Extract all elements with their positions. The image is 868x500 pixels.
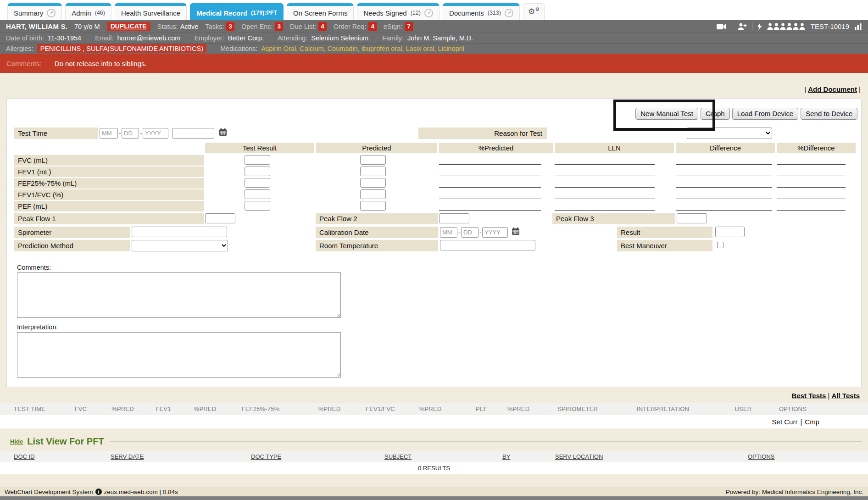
load-from-device-button[interactable]: Load From Device xyxy=(732,108,799,120)
results-col-fvc: FVC xyxy=(58,406,103,412)
external-link-icon[interactable]: ↗ xyxy=(505,9,513,17)
doc-id-sort-link[interactable]: DOC ID xyxy=(14,453,35,460)
tab-on-screen-forms[interactable]: On Screen Forms xyxy=(287,3,354,20)
prediction-method-select[interactable] xyxy=(132,240,228,251)
footer-host-timing: zeus.med-web.com | 0.84s xyxy=(104,489,178,495)
by-sort-link[interactable]: BY xyxy=(502,453,510,460)
results-col-pef: PEF xyxy=(463,406,500,412)
calibration-month-input[interactable] xyxy=(440,227,457,238)
fev1fvc-predicted-input[interactable] xyxy=(360,189,386,199)
tab-documents[interactable]: Documents (313) ↗ xyxy=(443,3,520,20)
peak-flow-1-label: Peak Flow 1 xyxy=(14,213,204,224)
allergies-value[interactable]: PENICILLINS , SULFA(SULFONAMIDE ANTIBIOT… xyxy=(37,44,206,53)
test-time-time-input[interactable] xyxy=(172,128,214,139)
medications-label: Medications: xyxy=(220,45,257,52)
tab-admin-count: (46) xyxy=(95,10,105,16)
fef2575-lln-line xyxy=(555,178,655,188)
patient-age-sex: 70 y/o M xyxy=(74,23,100,30)
send-to-device-button[interactable]: Send to Device xyxy=(801,108,857,120)
fef2575-predicted-input[interactable] xyxy=(360,178,386,188)
peak-flow-2-input[interactable] xyxy=(439,213,469,223)
fev1fvc-pct-predicted-line xyxy=(439,190,541,199)
bar-chart-icon[interactable] xyxy=(854,23,862,30)
fvc-predicted-input[interactable] xyxy=(360,155,386,165)
tab-medical-record[interactable]: Medical Record (179):PFT xyxy=(190,3,284,20)
list-view-table-header: DOC ID SERV DATE DOC TYPE SUBJECT BY SER… xyxy=(0,451,868,462)
fef2575-difference-line xyxy=(676,178,772,188)
external-link-icon[interactable]: ↗ xyxy=(47,9,56,17)
set-curr-link[interactable]: Set Curr xyxy=(772,418,798,426)
fev1-predicted-input[interactable] xyxy=(360,167,386,176)
tasks-count-badge[interactable]: 3 xyxy=(226,22,234,31)
open-enc-count-badge[interactable]: 3 xyxy=(275,22,283,31)
fev1fvc-test-result-input[interactable] xyxy=(245,189,270,199)
tab-needs-signed-count: (12) xyxy=(411,10,421,16)
serv-date-sort-link[interactable]: SERV DATE xyxy=(111,453,144,460)
doc-type-sort-link[interactable]: DOC TYPE xyxy=(251,453,281,460)
tab-needs-signed-label: Needs Signed xyxy=(363,9,406,17)
pef-predicted-input[interactable] xyxy=(360,201,386,211)
annotation-rectangle xyxy=(613,100,715,131)
best-tests-link[interactable]: Best Tests xyxy=(792,392,826,400)
best-maneuver-checkbox[interactable] xyxy=(717,242,723,248)
subject-sort-link[interactable]: SUBJECT xyxy=(384,453,412,460)
content-area: | Add Document | New Manual Test Graph L… xyxy=(0,73,868,500)
pipe: | xyxy=(828,392,830,400)
options-sort-link[interactable]: OPTIONS xyxy=(748,453,775,460)
test-time-month-input[interactable] xyxy=(100,128,118,139)
add-document-link[interactable]: Add Document xyxy=(808,85,857,93)
results-col-interpretation: INTERPRETATION xyxy=(618,406,707,412)
results-count-text: 0 RESULTS xyxy=(418,465,450,472)
results-col-fev1fvc: FEV1/FVC xyxy=(363,406,397,412)
add-person-icon[interactable] xyxy=(737,23,747,30)
test-time-year-input[interactable] xyxy=(143,128,168,139)
hide-link[interactable]: Hide xyxy=(10,438,23,445)
info-icon[interactable]: i xyxy=(95,489,102,495)
results-col-spirometer: SPIROMETER xyxy=(537,406,618,412)
tab-health-surveillance[interactable]: Health Surveillance xyxy=(115,3,187,20)
external-link-icon[interactable]: ↗ xyxy=(424,9,433,17)
order-req-count-badge[interactable]: 4 xyxy=(368,22,377,31)
row-label-fev1: FEV1 (mL) xyxy=(14,167,204,177)
fev1-test-result-input[interactable] xyxy=(245,167,270,176)
result-input[interactable] xyxy=(715,227,745,237)
column-header-pct-difference: %Difference xyxy=(777,143,856,153)
tasks-label: Tasks: xyxy=(205,23,224,30)
fvc-test-result-input[interactable] xyxy=(245,155,270,165)
test-time-day-input[interactable] xyxy=(122,128,139,139)
pef-lln-line xyxy=(555,201,655,211)
peak-flow-1-input[interactable] xyxy=(205,213,235,223)
lightning-icon[interactable] xyxy=(757,23,762,30)
room-temperature-input[interactable] xyxy=(440,240,535,250)
medications-value[interactable]: Aspirin Oral, Calcium, Coumadin, ibuprof… xyxy=(261,45,464,52)
comments-textarea[interactable] xyxy=(17,272,341,318)
interpretation-textarea[interactable] xyxy=(17,332,341,378)
tab-on-screen-forms-label: On Screen Forms xyxy=(293,9,347,17)
open-enc-label: Open Enc: xyxy=(241,23,273,30)
tab-admin[interactable]: Admin (46) xyxy=(65,3,111,20)
pef-test-result-input[interactable] xyxy=(245,201,270,211)
pipe: | xyxy=(859,85,861,93)
esign-count-badge[interactable]: 7 xyxy=(405,22,413,31)
spirometer-input[interactable] xyxy=(132,227,227,237)
settings-tab[interactable]: ⚙⚙ xyxy=(523,3,545,20)
calendar-icon[interactable] xyxy=(512,227,520,237)
footer-powered-by: Powered by: Medical Informatics Engineer… xyxy=(726,489,863,495)
calendar-icon[interactable] xyxy=(219,128,227,138)
fef2575-test-result-input[interactable] xyxy=(245,178,270,188)
calibration-year-input[interactable] xyxy=(482,227,508,238)
all-tests-link[interactable]: All Tests xyxy=(832,392,860,400)
duplicate-badge[interactable]: DUPLICATE xyxy=(107,22,150,31)
care-team-icons[interactable] xyxy=(767,23,806,30)
tab-summary[interactable]: Summary ↗ xyxy=(7,3,62,20)
due-list-count-badge[interactable]: 4 xyxy=(318,22,327,31)
cmp-link[interactable]: Cmp xyxy=(805,418,819,426)
peak-flow-3-input[interactable] xyxy=(677,213,707,223)
results-col-user: USER xyxy=(707,406,779,412)
email-label: Email: xyxy=(95,34,113,42)
date-dash: - xyxy=(140,130,142,137)
calibration-day-input[interactable] xyxy=(461,227,479,238)
video-camera-icon[interactable] xyxy=(717,23,727,30)
tab-needs-signed[interactable]: Needs Signed (12) ↗ xyxy=(357,3,439,20)
serv-location-sort-link[interactable]: SERV LOCATION xyxy=(555,453,603,460)
